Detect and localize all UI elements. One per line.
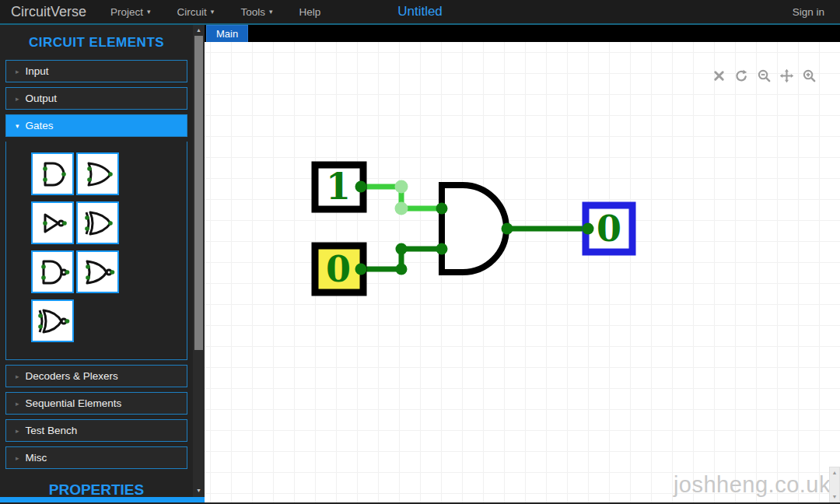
caret-down-icon: ▾ — [269, 8, 273, 16]
gate-icon-xor[interactable] — [76, 201, 119, 244]
sidebar-item-misc[interactable]: ▸ Misc — [5, 446, 187, 469]
node[interactable] — [396, 243, 408, 255]
delete-icon[interactable] — [712, 68, 726, 83]
scroll-up-icon[interactable]: ▲ — [832, 470, 838, 475]
gates-panel — [5, 142, 187, 360]
menu-tools-label: Tools — [240, 6, 265, 18]
node[interactable] — [396, 264, 408, 275]
scroll-up-icon[interactable]: ▲ — [193, 25, 205, 36]
scrollbar-thumb[interactable] — [194, 36, 203, 350]
node[interactable] — [436, 243, 448, 255]
chevron-right-icon: ▸ — [16, 373, 19, 380]
and-gate-icon — [36, 157, 70, 191]
sidebar-item-label: Output — [26, 93, 58, 104]
gate-icon-nor[interactable] — [76, 250, 119, 293]
chevron-right-icon: ▸ — [16, 95, 19, 103]
chevron-right-icon: ▸ — [16, 427, 19, 435]
sign-in-button[interactable]: Sign in — [793, 6, 840, 18]
chevron-right-icon: ▸ — [16, 400, 19, 408]
sidebar-item-label: Misc — [26, 452, 47, 464]
sidebar-item-decoders-plexers[interactable]: ▸ Decoders & Plexers — [5, 365, 187, 387]
input-low-value[interactable]: 0 — [326, 248, 351, 290]
content: CIRCUIT ELEMENTS ▸ Input ▸ Output ▾ Gate… — [0, 25, 840, 502]
chevron-right-icon: ▸ — [16, 454, 19, 462]
and-gate[interactable] — [442, 185, 506, 272]
canvas-scrollbar[interactable]: ▲ ▼ — [829, 467, 840, 502]
chevron-down-icon: ▾ — [16, 122, 19, 130]
menu-circuit-label: Circuit — [177, 6, 207, 18]
or-gate-icon — [81, 157, 115, 191]
brand-logo[interactable]: CircuitVerse — [0, 4, 97, 20]
gate-icon-xnor[interactable] — [31, 299, 74, 342]
menu-help[interactable]: Help — [285, 6, 334, 18]
sidebar-item-label: Gates — [26, 120, 54, 131]
node-highlighted[interactable] — [395, 202, 408, 215]
sidebar-scrollbar[interactable]: ▲ ▼ — [193, 25, 205, 502]
node[interactable] — [355, 264, 367, 275]
sidebar: CIRCUIT ELEMENTS ▸ Input ▸ Output ▾ Gate… — [0, 25, 193, 502]
properties-accent-bar — [0, 497, 205, 502]
navbar: CircuitVerse Project ▾ Circuit ▾ Tools ▾… — [0, 0, 840, 25]
sidebar-item-test-bench[interactable]: ▸ Test Bench — [5, 419, 187, 442]
scroll-down-icon[interactable]: ▼ — [193, 485, 205, 496]
chevron-right-icon: ▸ — [16, 68, 19, 75]
sidebar-item-label: Decoders & Plexers — [26, 370, 118, 382]
gate-icon-or[interactable] — [76, 152, 119, 195]
menu-circuit[interactable]: Circuit ▾ — [164, 6, 228, 18]
circuit-svg: 1 0 0 — [205, 42, 840, 502]
node[interactable] — [355, 181, 367, 193]
sidebar-item-input[interactable]: ▸ Input — [5, 60, 187, 82]
node[interactable] — [502, 223, 513, 235]
sidebar-item-output[interactable]: ▸ Output — [5, 87, 187, 110]
nor-gate-icon — [81, 255, 115, 289]
sidebar-item-label: Sequential Elements — [26, 397, 122, 409]
xnor-gate-icon — [36, 304, 70, 338]
sidebar-item-label: Input — [26, 65, 49, 77]
xor-gate-icon — [81, 206, 115, 240]
watermark: joshheng.co.uk — [674, 472, 831, 498]
nand-gate-icon — [36, 255, 70, 289]
sidebar-item-gates[interactable]: ▾ Gates — [5, 114, 187, 137]
sidebar-item-sequential-elements[interactable]: ▸ Sequential Elements — [5, 392, 187, 415]
gate-icon-not[interactable] — [31, 201, 74, 244]
input-high-value[interactable]: 1 — [326, 166, 351, 208]
canvas-toolbar — [712, 68, 817, 83]
circuit-tabbar: Main — [205, 25, 840, 42]
not-gate-icon — [36, 206, 70, 240]
properties-title: PROPERTIES — [0, 481, 193, 499]
tab-main[interactable]: Main — [206, 25, 248, 42]
caret-down-icon: ▾ — [211, 8, 215, 16]
zoom-in-icon[interactable] — [802, 68, 817, 83]
caret-down-icon: ▾ — [147, 8, 151, 16]
scroll-down-icon[interactable]: ▼ — [832, 494, 838, 499]
sidebar-item-label: Test Bench — [26, 425, 78, 436]
node[interactable] — [583, 223, 594, 235]
node[interactable] — [436, 203, 448, 215]
node-highlighted[interactable] — [395, 180, 408, 194]
menu-tools[interactable]: Tools ▾ — [227, 6, 285, 18]
menu-project[interactable]: Project ▾ — [97, 6, 164, 18]
project-title[interactable]: Untitled — [397, 4, 443, 19]
simulation-canvas[interactable]: 1 0 0 — [205, 42, 840, 502]
output-value: 0 — [597, 208, 621, 250]
menu-help-label: Help — [299, 6, 320, 18]
main-area: Main 1 0 0 — [205, 25, 840, 502]
circuit-elements-title: CIRCUIT ELEMENTS — [0, 35, 193, 51]
refresh-icon[interactable] — [734, 68, 749, 83]
menu-project-label: Project — [110, 6, 143, 18]
fit-to-screen-icon[interactable] — [779, 68, 794, 83]
zoom-out-icon[interactable] — [757, 68, 772, 83]
gate-icon-nand[interactable] — [31, 250, 74, 293]
gate-icon-and[interactable] — [31, 152, 74, 195]
